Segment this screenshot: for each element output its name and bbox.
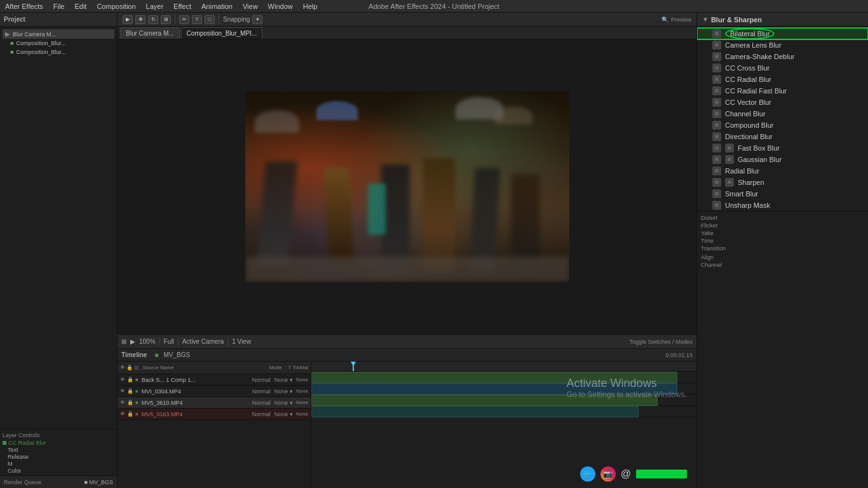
unsharp-mask-icon: ⊞ <box>712 201 721 210</box>
track-strip-1-row <box>311 372 696 383</box>
menu-after-effects[interactable]: After Effects <box>5 3 43 10</box>
directional-blur-label: Directional Blur <box>725 133 773 140</box>
social-bar: 🐦 📷 @ <box>580 466 687 482</box>
effect-item-fast-box-blur[interactable]: ⊞ ⊞ Fast Box Blur <box>697 142 868 154</box>
menu-view[interactable]: View <box>243 3 258 10</box>
track-strip-4 <box>311 406 639 417</box>
menu-effect[interactable]: Effect <box>173 3 191 10</box>
viewer-sep1 <box>159 338 160 346</box>
timeline-layers: 👁 🔒 ◎ Source Name Mode T TrkMat 👁 🔒 ■ Ba… <box>118 362 311 488</box>
timeline-comp-name: MV_BGS <box>163 351 190 358</box>
sub-item-channel[interactable]: Channel <box>701 261 864 269</box>
track1-color: ■ <box>135 377 139 383</box>
window-title: Adobe After Effects 2024 - Untitled Proj… <box>369 3 499 10</box>
track2-lock[interactable]: 🔒 <box>127 388 133 394</box>
sub-item-flicker[interactable]: Flicker <box>701 222 864 229</box>
viewer-btn-1[interactable]: ⊞ <box>121 338 126 345</box>
effect-item-cc-cross-blur[interactable]: ⊞ CC Cross Blur <box>697 62 868 74</box>
layer-cc-radial-blur[interactable]: CC Radial Blur <box>3 440 114 446</box>
sub-item-align[interactable]: Align <box>701 254 864 261</box>
menu-animation[interactable]: Animation <box>201 3 233 10</box>
viewer-active-camera[interactable]: Active Camera <box>182 338 224 345</box>
project-item-composition[interactable]: ■ Composition_Blur... <box>3 39 114 48</box>
viewer-view-mode[interactable]: 1 View <box>232 338 251 345</box>
track-row-1[interactable]: 👁 🔒 ■ Back S... 1 Comp 1... Normal None … <box>118 374 311 386</box>
track3-eye[interactable]: 👁 <box>120 400 125 405</box>
project-panel-title: Project <box>4 16 25 23</box>
track2-eye[interactable]: 👁 <box>120 388 125 394</box>
track2-color: ■ <box>135 388 139 394</box>
toolbar-right: 🔍 Preview <box>661 17 691 23</box>
effect-item-compound-blur[interactable]: ⊞ Compound Blur <box>697 119 868 131</box>
effect-item-smart-blur[interactable]: ⊞ Smart Blur <box>697 188 868 200</box>
effect-item-sharpen[interactable]: ⊞ ⊞ Sharpen <box>697 177 868 188</box>
track3-lock[interactable]: 🔒 <box>127 400 133 405</box>
effects-collapse-icon[interactable]: ▼ <box>702 16 709 23</box>
layer-m[interactable]: M <box>3 461 114 467</box>
layer-release[interactable]: Release <box>3 454 114 460</box>
tool-pen[interactable]: ✏ <box>179 15 189 24</box>
effect-item-directional-blur[interactable]: ⊞ Directional Blur <box>697 131 868 142</box>
effect-item-channel-blur[interactable]: ⊞ Channel Blur <box>697 108 868 119</box>
effect-item-cc-radial-blur[interactable]: ⊞ CC Radial Blur <box>697 74 868 85</box>
track4-eye[interactable]: 👁 <box>120 411 125 417</box>
tool-shape[interactable]: □ <box>205 15 215 24</box>
project-item-blur-camera[interactable]: ▶ Blur Camera M... <box>3 29 114 39</box>
project-item-comp2[interactable]: ■ Composition_Blur... <box>3 48 114 57</box>
track-row-4[interactable]: 👁 🔒 ■ MV5_0163.MP4 Normal None ▾ None <box>118 409 311 420</box>
track1-lock[interactable]: 🔒 <box>127 377 133 383</box>
toolbar-sep2 <box>219 15 219 24</box>
tool-scale[interactable]: ⊞ <box>161 15 171 24</box>
tool-select[interactable]: ▶ <box>123 15 133 24</box>
comp-tab-2[interactable]: Composition_Blur_MPI... <box>181 27 263 39</box>
layer-color[interactable]: Color <box>3 468 114 474</box>
effect-item-camera-shake-deblur[interactable]: ⊞ Camera-Shake Deblur <box>697 51 868 62</box>
effect-item-gaussian-blur[interactable]: ⊞ ⊞ Gaussian Blur <box>697 154 868 165</box>
menu-help[interactable]: Help <box>303 3 318 10</box>
viewer-btn-2[interactable]: ▶ <box>130 338 135 345</box>
layer-controls-label: Layer Controls <box>3 431 114 440</box>
track-row-3[interactable]: 👁 🔒 ■ MV5_3610.MP4 Normal None ▾ None <box>118 397 311 409</box>
right-panel: ▼ Blur & Sharpen ⊞ Bilateral Blur ⊞ Came… <box>696 13 868 488</box>
tool-rotate[interactable]: ↻ <box>148 15 158 24</box>
instagram-icon[interactable]: 📷 <box>600 466 616 482</box>
sub-item-yake[interactable]: Yake <box>701 229 864 237</box>
blur-scene <box>245 92 569 282</box>
tool-snap[interactable]: ✦ <box>252 15 262 24</box>
menu-window[interactable]: Window <box>268 3 293 10</box>
tool-text[interactable]: T <box>192 15 202 24</box>
track-row-2[interactable]: 👁 🔒 ■ MVI_0304.MP4 Normal None ▾ None <box>118 386 311 397</box>
unsharp-mask-label: Unsharp Mask <box>725 201 770 209</box>
effect-item-radial-blur[interactable]: ⊞ Radial Blur <box>697 165 868 177</box>
menu-edit[interactable]: Edit <box>74 3 86 10</box>
track3-mode: Normal <box>250 400 273 406</box>
directional-blur-icon: ⊞ <box>712 132 721 141</box>
sub-item-time[interactable]: Time <box>701 237 864 245</box>
viewer-resolution[interactable]: Full <box>164 338 174 345</box>
menu-file[interactable]: File <box>53 3 65 10</box>
viewer[interactable] <box>118 39 696 334</box>
comp-tab-1[interactable]: Blur Camera M... <box>120 27 180 39</box>
effect-item-unsharp-mask[interactable]: ⊞ Unsharp Mask <box>697 200 868 211</box>
effect-item-bilateral-blur[interactable]: ⊞ Bilateral Blur <box>697 28 868 39</box>
effect-item-cc-radial-fast-blur[interactable]: ⊞ CC Radial Fast Blur <box>697 85 868 97</box>
effect-item-camera-lens-blur[interactable]: ⊞ Camera Lens Blur <box>697 39 868 51</box>
track4-lock[interactable]: 🔒 <box>127 411 133 417</box>
track4-color: ■ <box>135 411 139 417</box>
menu-layer[interactable]: Layer <box>146 3 164 10</box>
effect-item-cc-vector-blur[interactable]: ⊞ CC Vector Blur <box>697 97 868 108</box>
layer-text[interactable]: Text <box>3 447 114 453</box>
viewer-zoom[interactable]: 100% <box>139 338 156 345</box>
track1-label: Back S... 1 Comp 1... <box>142 377 196 383</box>
track-strip-3-row <box>311 395 696 406</box>
comp-tab-1-label: Blur Camera M... <box>126 30 174 37</box>
sub-item-transition[interactable]: Transition <box>701 245 864 252</box>
track3-none: None <box>296 400 308 405</box>
channel-blur-label: Channel Blur <box>725 110 766 118</box>
twitter-icon[interactable]: 🐦 <box>580 466 595 482</box>
sub-item-distort[interactable]: Distort <box>701 214 864 222</box>
menu-composition[interactable]: Composition <box>97 3 135 10</box>
tool-move[interactable]: ✥ <box>135 15 146 24</box>
track1-eye[interactable]: 👁 <box>120 377 125 383</box>
playhead[interactable] <box>353 362 354 371</box>
